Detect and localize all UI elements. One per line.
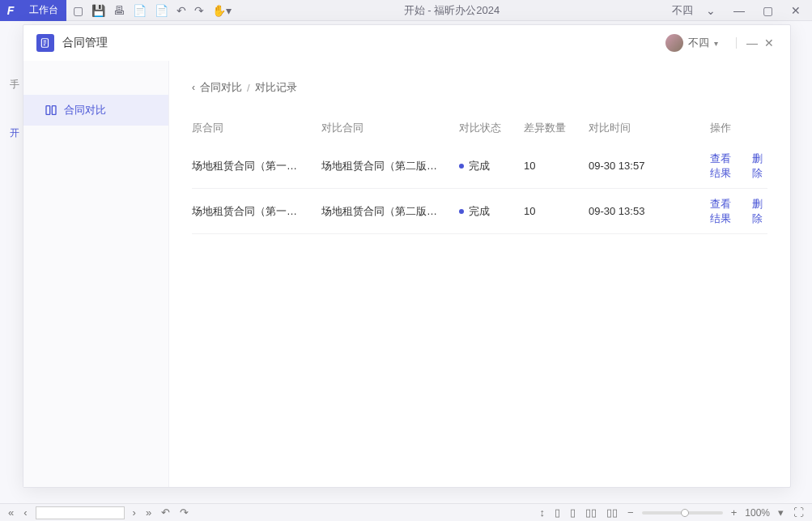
col-header-op: 操作 (710, 121, 767, 135)
panel-close-icon[interactable]: ✕ (761, 36, 777, 49)
panel-title: 合同管理 (62, 36, 108, 50)
rotate-right-icon[interactable]: ↷ (178, 506, 190, 519)
panel-minimize-icon[interactable]: — (743, 36, 761, 49)
svg-rect-1 (46, 106, 50, 115)
sidebar: 合同对比 (23, 61, 169, 487)
zoom-slider[interactable] (642, 511, 723, 515)
fullscreen-icon[interactable]: ⛶ (792, 506, 806, 519)
chevron-down-icon[interactable]: ⌄ (701, 4, 721, 17)
cell-time: 09-30 13:57 (589, 160, 710, 172)
col-header-origin: 原合同 (192, 121, 321, 135)
breadcrumb-link[interactable]: 合同对比 (200, 80, 242, 95)
window-minimize-icon[interactable]: — (729, 4, 750, 17)
titlebar-right: 不四 ⌄ — ▢ ✕ (665, 3, 812, 18)
panel-user-name[interactable]: 不四 (688, 36, 709, 50)
redo-icon[interactable]: ↷ (194, 4, 204, 17)
sidebar-item-label: 合同对比 (64, 103, 106, 117)
records-table: 原合同 对比合同 对比状态 差异数量 对比时间 操作 场地租赁合同（第一… 场地… (192, 113, 767, 234)
undo-icon[interactable]: ↶ (176, 4, 186, 17)
window-close-icon[interactable]: ✕ (786, 4, 806, 17)
status-dot-icon (459, 209, 464, 214)
prev-page-icon[interactable]: ‹ (22, 506, 28, 519)
cell-compare: 场地租赁合同（第二版… (321, 204, 459, 219)
cell-diff: 10 (524, 160, 589, 172)
window-title: 开始 - 福昕办公2024 (238, 3, 665, 18)
breadcrumb-separator: / (247, 82, 250, 94)
app-logo-icon: F (0, 0, 21, 21)
rotate-left-icon[interactable]: ↶ (159, 506, 172, 519)
status-dot-icon (459, 164, 464, 169)
layout-continuous-icon[interactable]: ▯ (568, 506, 577, 519)
cell-op: 查看结果 删除 (710, 152, 767, 181)
table-row: 场地租赁合同（第一… 场地租赁合同（第二版… 完成 10 09-30 13:57… (192, 143, 767, 189)
panel-header: 合同管理 不四 ▾ — ✕ (23, 25, 790, 61)
hand-icon[interactable]: ✋▾ (212, 4, 232, 17)
header-divider (736, 37, 737, 49)
next-page-icon[interactable]: › (131, 506, 138, 519)
zoom-dropdown-icon[interactable]: ▾ (776, 506, 785, 519)
contract-icon (36, 34, 54, 52)
breadcrumb-back-icon[interactable]: ‹ (192, 82, 195, 93)
new-doc-icon[interactable]: 📄 (155, 4, 168, 17)
zoom-out-icon[interactable]: − (626, 506, 636, 519)
cell-origin: 场地租赁合同（第一… (192, 159, 321, 173)
delete-link[interactable]: 删除 (752, 197, 767, 226)
col-header-status: 对比状态 (459, 121, 524, 135)
bg-label-2: 开 (10, 126, 19, 140)
delete-link[interactable]: 删除 (752, 152, 767, 181)
panel-body: 合同对比 ‹ 合同对比 / 对比记录 原合同 对比合同 对比状态 差异数量 对比… (23, 61, 790, 487)
zoom-in-icon[interactable]: + (729, 506, 739, 519)
app-titlebar: F 工作台 ▢ 💾 🖶 📄 📄 ↶ ↷ ✋▾ 开始 - 福昕办公2024 不四 … (0, 0, 812, 21)
toolbar-quick-icons: ▢ 💾 🖶 📄 📄 ↶ ↷ ✋▾ (66, 4, 238, 17)
print-icon[interactable]: 🖶 (113, 4, 125, 17)
layout-facing-cont-icon[interactable]: ▯▯ (605, 506, 619, 519)
table-row: 场地租赁合同（第一… 场地租赁合同（第二版… 完成 10 09-30 13:53… (192, 189, 767, 234)
bg-label-1: 手 (10, 78, 19, 92)
cell-time: 09-30 13:53 (589, 205, 710, 217)
layout-single-icon[interactable]: ▯ (553, 506, 562, 519)
tab-workbench[interactable]: 工作台 (21, 0, 66, 21)
view-result-link[interactable]: 查看结果 (710, 197, 741, 226)
breadcrumb-current: 对比记录 (255, 80, 297, 95)
avatar[interactable] (665, 34, 683, 52)
cell-status: 完成 (459, 204, 524, 219)
compare-icon (45, 104, 57, 117)
user-dropdown-icon[interactable]: ▾ (714, 39, 718, 48)
cell-op: 查看结果 删除 (710, 197, 767, 226)
cell-status: 完成 (459, 159, 524, 173)
sidebar-item-compare[interactable]: 合同对比 (23, 95, 168, 126)
expand-icon[interactable]: ↕ (538, 506, 547, 519)
layout-facing-icon[interactable]: ▯▯ (584, 506, 598, 519)
breadcrumb: ‹ 合同对比 / 对比记录 (192, 80, 767, 95)
zoom-thumb[interactable] (681, 509, 689, 517)
table-header-row: 原合同 对比合同 对比状态 差异数量 对比时间 操作 (192, 113, 767, 143)
cell-diff: 10 (524, 205, 589, 217)
last-page-icon[interactable]: » (144, 506, 153, 519)
page-input[interactable] (36, 506, 125, 519)
col-header-compare: 对比合同 (321, 121, 459, 135)
save-icon[interactable]: 💾 (91, 4, 105, 17)
window-maximize-icon[interactable]: ▢ (758, 4, 778, 17)
view-result-link[interactable]: 查看结果 (710, 152, 741, 181)
status-text: 完成 (469, 159, 490, 173)
titlebar-user[interactable]: 不四 (672, 3, 693, 18)
open-icon[interactable]: ▢ (73, 4, 83, 17)
statusbar: « ‹ › » ↶ ↷ ↕ ▯ ▯ ▯▯ ▯▯ − + 100% ▾ ⛶ (0, 503, 812, 521)
col-header-time: 对比时间 (589, 121, 710, 135)
col-header-diff: 差异数量 (524, 121, 589, 135)
doc-icon[interactable]: 📄 (133, 4, 147, 17)
status-text: 完成 (469, 204, 490, 219)
zoom-value[interactable]: 100% (745, 507, 770, 519)
cell-origin: 场地租赁合同（第一… (192, 204, 321, 219)
contract-management-panel: 合同管理 不四 ▾ — ✕ 合同对比 ‹ 合同对比 / 对比记录 (23, 24, 791, 488)
svg-rect-2 (52, 106, 56, 115)
cell-compare: 场地租赁合同（第二版… (321, 159, 459, 173)
content-area: ‹ 合同对比 / 对比记录 原合同 对比合同 对比状态 差异数量 对比时间 操作… (169, 61, 790, 487)
first-page-icon[interactable]: « (6, 506, 15, 519)
